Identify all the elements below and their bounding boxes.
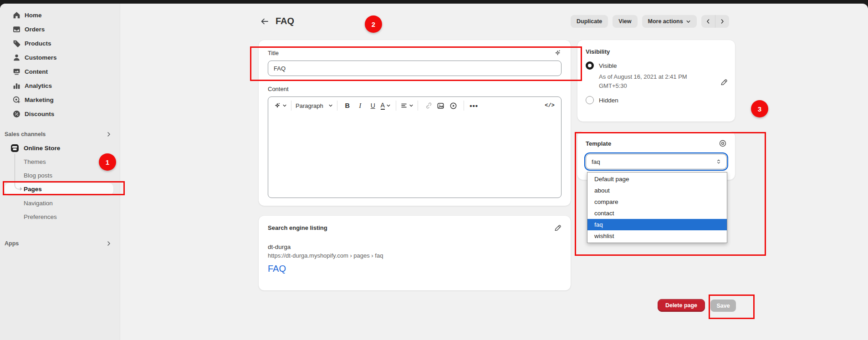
sidebar-item-products[interactable]: Products — [0, 36, 120, 51]
template-option-about[interactable]: about — [587, 185, 727, 196]
updown-chevron-icon — [715, 158, 722, 165]
sidebar-item-label: Discounts — [25, 111, 54, 117]
sidebar-item-label: Home — [25, 12, 42, 19]
header-actions: Duplicate View More actions — [571, 15, 729, 28]
marketing-icon — [12, 96, 21, 104]
visible-date-note: As of August 16, 2021 at 2:41 PM GMT+5:3… — [599, 72, 706, 91]
template-selected-value: faq — [592, 158, 600, 165]
duplicate-label: Duplicate — [577, 18, 602, 25]
insert-video-button[interactable] — [448, 99, 460, 112]
underline-button[interactable]: U — [367, 99, 379, 112]
template-select[interactable]: faq — [586, 154, 727, 169]
template-heading: Template — [586, 140, 611, 147]
chevron-left-icon — [705, 19, 711, 24]
sidebar-item-label: Themes — [24, 158, 46, 165]
sidebar-item-label: Pages — [24, 186, 42, 193]
chevron-right-icon — [106, 132, 112, 137]
chevron-down-icon — [328, 103, 333, 108]
customers-icon — [12, 53, 21, 62]
pencil-icon — [554, 224, 562, 232]
sales-channels-header[interactable]: Sales channels — [0, 127, 120, 141]
template-option-compare[interactable]: compare — [587, 196, 727, 208]
insert-image-button[interactable] — [435, 99, 447, 112]
delete-page-button[interactable]: Delete page — [658, 299, 705, 312]
template-option-wishlist[interactable]: wishlist — [587, 230, 727, 242]
seo-card-heading: Search engine listing — [268, 224, 327, 231]
editor-ai-button[interactable] — [274, 99, 287, 112]
edit-visibility-date-button[interactable] — [720, 78, 728, 86]
video-play-icon — [449, 102, 457, 110]
template-option-default-page[interactable]: Default page — [587, 173, 727, 185]
content-icon — [12, 67, 21, 76]
more-actions-button[interactable]: More actions — [642, 15, 697, 28]
visible-radio-option[interactable]: Visible — [586, 61, 727, 70]
duplicate-button[interactable]: Duplicate — [571, 15, 608, 28]
admin-app-frame: Home Orders Products Customers Content A… — [0, 4, 868, 340]
previous-page-button[interactable] — [701, 15, 715, 28]
radio-unselected-icon — [586, 96, 594, 104]
chevron-down-icon — [409, 103, 414, 108]
editor-toolbar: Paragraph B I U A — [268, 97, 561, 114]
visibility-card: Visibility Visible As of August 16, 2021… — [577, 40, 735, 122]
toolbar-divider — [337, 101, 337, 111]
chevron-down-icon — [386, 103, 391, 108]
view-button[interactable]: View — [613, 15, 637, 28]
title-input[interactable] — [268, 61, 562, 76]
sidebar-item-preferences[interactable]: Preferences — [0, 210, 120, 223]
edit-seo-button[interactable] — [554, 224, 562, 232]
seo-breadcrumb-url: https://dt-durga.myshopify.com › pages ›… — [268, 252, 562, 259]
sidebar-item-themes[interactable]: Themes — [0, 155, 120, 168]
sidebar-item-content[interactable]: Content — [0, 65, 120, 79]
sidebar-item-home[interactable]: Home — [0, 8, 120, 22]
paragraph-style-selector[interactable]: Paragraph — [296, 99, 333, 112]
analytics-icon — [12, 81, 21, 90]
html-code-button[interactable]: </> — [544, 99, 556, 112]
sidebar-item-blog-posts[interactable]: Blog posts — [0, 168, 120, 182]
sidebar-item-navigation[interactable]: Navigation — [0, 196, 120, 210]
apps-header[interactable]: Apps — [0, 237, 120, 250]
link-icon — [424, 102, 432, 109]
sidebar-item-label: Analytics — [25, 82, 52, 89]
sidebar-item-label: Customers — [25, 54, 57, 61]
rich-text-editor[interactable]: Paragraph B I U A — [268, 96, 562, 198]
sidebar-item-discounts[interactable]: Discounts — [0, 107, 120, 121]
toolbar-divider — [396, 101, 396, 111]
sidebar-item-customers[interactable]: Customers — [0, 51, 120, 65]
toolbar-divider — [464, 101, 464, 111]
italic-button[interactable]: I — [354, 99, 366, 112]
more-formatting-button[interactable]: ••• — [468, 99, 480, 112]
link-button[interactable] — [422, 99, 434, 112]
hidden-radio-option[interactable]: Hidden — [586, 96, 727, 104]
eye-icon — [719, 139, 727, 147]
save-button[interactable]: Save — [710, 299, 736, 312]
template-option-faq[interactable]: faq — [587, 219, 727, 230]
sidebar-item-pages[interactable]: Pages — [0, 182, 120, 196]
chevron-right-icon — [106, 241, 112, 246]
alignment-button[interactable] — [400, 99, 414, 112]
next-page-button[interactable] — [715, 15, 729, 28]
visible-note-line1: As of August 16, 2021 at 2:41 PM — [599, 72, 706, 81]
radio-selected-icon — [586, 61, 594, 70]
seo-site-name: dt-durga — [268, 244, 562, 250]
sidebar-item-orders[interactable]: Orders — [0, 22, 120, 36]
sidebar-item-label: Marketing — [25, 96, 54, 103]
preview-template-button[interactable] — [719, 139, 727, 147]
sidebar-item-label: Preferences — [24, 213, 57, 220]
sales-channels-label: Sales channels — [5, 131, 46, 137]
template-option-contact[interactable]: contact — [587, 208, 727, 219]
seo-result-link[interactable]: FAQ — [268, 264, 286, 274]
ai-sparkle-button[interactable] — [554, 49, 562, 57]
template-dropdown-menu: Default page about compare contact faq w… — [587, 172, 727, 243]
text-color-button[interactable]: A — [380, 99, 392, 112]
page-header: FAQ — [260, 16, 294, 26]
sidebar-item-analytics[interactable]: Analytics — [0, 79, 120, 93]
back-button[interactable] — [260, 16, 270, 26]
editor-content-area[interactable] — [268, 114, 561, 198]
search-engine-listing-card: Search engine listing dt-durga https://d… — [259, 216, 571, 290]
sidebar: Home Orders Products Customers Content A… — [0, 4, 120, 340]
back-arrow-icon — [260, 17, 269, 26]
toolbar-divider — [291, 101, 291, 111]
sidebar-item-marketing[interactable]: Marketing — [0, 93, 120, 107]
bold-button[interactable]: B — [342, 99, 353, 112]
sidebar-item-online-store[interactable]: Online Store — [0, 141, 120, 155]
